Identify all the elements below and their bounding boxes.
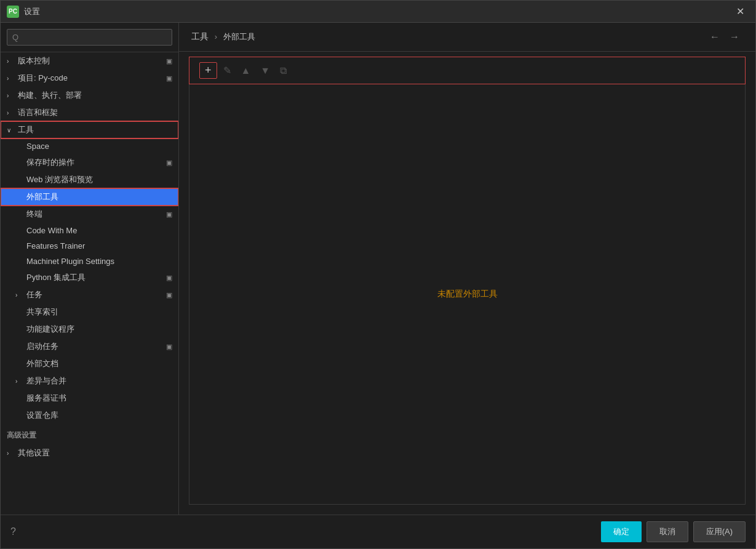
chevron-icon: ›	[15, 378, 23, 385]
sidebar-item-label: 外部文档	[26, 358, 172, 369]
settings-window: PC 设置 ✕ › 版本控制 ▣ › 项目: Py-code ▣	[0, 0, 756, 549]
bottom-buttons: 确定 取消 应用(A)	[601, 521, 746, 542]
sidebar-item-label: Web 浏览器和预览	[26, 174, 172, 185]
sidebar-item-space[interactable]: Space	[1, 138, 178, 154]
sidebar-item-label: 工具	[18, 124, 172, 135]
sidebar-item-label: 外部工具	[26, 191, 172, 202]
sidebar-item-tools[interactable]: ∨ 工具	[1, 121, 178, 138]
sidebar-item-label: 语言和框架	[18, 107, 172, 118]
apply-button[interactable]: 应用(A)	[693, 521, 746, 542]
confirm-button[interactable]: 确定	[601, 521, 642, 542]
sidebar-item-label: 终端	[26, 209, 166, 220]
sidebar-item-startup-tasks[interactable]: 启动任务 ▣	[1, 338, 178, 355]
chevron-icon: ›	[7, 75, 14, 82]
content-area: › 版本控制 ▣ › 项目: Py-code ▣ › 构建、执行、部署 ›	[1, 23, 755, 515]
main-panel: 工具 › 外部工具 ← → + ✎ ▲ ▼ ⧉ 未配置外部工具	[179, 23, 755, 515]
sidebar-item-label: Code With Me	[26, 226, 172, 235]
sidebar-item-server-cert[interactable]: 服务器证书	[1, 390, 178, 407]
sidebar-item-label: 共享索引	[26, 307, 172, 318]
sidebar-item-project[interactable]: › 项目: Py-code ▣	[1, 70, 178, 87]
sidebar-item-diff-merge[interactable]: › 差异与合并	[1, 372, 178, 390]
breadcrumb-current: 外部工具	[223, 32, 255, 41]
sidebar-item-label: 项目: Py-code	[18, 73, 166, 84]
sidebar-item-build[interactable]: › 构建、执行、部署	[1, 87, 178, 104]
app-icon: PC	[7, 6, 19, 18]
sidebar-item-save-actions[interactable]: 保存时的操作 ▣	[1, 154, 178, 171]
close-button[interactable]: ✕	[731, 3, 749, 20]
main-content: 未配置外部工具	[189, 84, 746, 505]
breadcrumb-separator: ›	[215, 32, 217, 41]
sidebar-item-label: Machinet Plugin Settings	[26, 257, 172, 266]
sidebar-item-label: 构建、执行、部署	[18, 90, 172, 101]
pin-icon: ▣	[166, 274, 172, 282]
cancel-button[interactable]: 取消	[647, 521, 688, 542]
search-box	[1, 23, 178, 52]
chevron-icon: ›	[7, 92, 14, 99]
sidebar-item-label: 功能建议程序	[26, 324, 172, 335]
pin-icon: ▣	[166, 159, 172, 167]
add-button[interactable]: +	[199, 62, 217, 79]
sidebar-item-feature-suggester[interactable]: 功能建议程序	[1, 321, 178, 338]
sidebar-item-label: Space	[26, 142, 172, 151]
section-advanced: 高级设置	[1, 427, 178, 444]
breadcrumb-path: 工具 › 外部工具	[191, 31, 255, 42]
sidebar-item-label: 差异与合并	[26, 375, 172, 387]
chevron-down-icon: ∨	[7, 127, 14, 134]
pin-icon: ▣	[166, 343, 172, 351]
sidebar-item-features-trainer[interactable]: Features Trainer	[1, 238, 178, 254]
edit-button[interactable]: ✎	[220, 63, 235, 78]
sidebar-item-tasks[interactable]: › 任务 ▣	[1, 286, 178, 303]
chevron-icon: ›	[7, 58, 14, 65]
sidebar-item-label: 启动任务	[26, 341, 166, 352]
sidebar: › 版本控制 ▣ › 项目: Py-code ▣ › 构建、执行、部署 ›	[1, 23, 179, 515]
sidebar-item-lang[interactable]: › 语言和框架	[1, 104, 178, 121]
app-icon-text: PC	[9, 8, 17, 15]
title-bar: PC 设置 ✕	[1, 1, 755, 23]
chevron-icon: ›	[7, 110, 14, 116]
sidebar-item-label: 其他设置	[18, 447, 172, 459]
sidebar-item-python-tools[interactable]: Python 集成工具 ▣	[1, 269, 178, 286]
sidebar-item-external-tools[interactable]: 外部工具	[1, 188, 178, 206]
sidebar-item-terminal[interactable]: 终端 ▣	[1, 206, 178, 223]
empty-message: 未配置外部工具	[437, 289, 498, 300]
breadcrumb: 工具 › 外部工具 ← →	[179, 23, 755, 52]
sidebar-item-external-docs[interactable]: 外部文档	[1, 355, 178, 372]
breadcrumb-nav: ← →	[706, 30, 743, 44]
sidebar-item-shared-index[interactable]: 共享索引	[1, 303, 178, 321]
move-down-button[interactable]: ▼	[257, 63, 274, 78]
sidebar-item-label: Features Trainer	[26, 241, 172, 250]
pin-icon: ▣	[166, 74, 172, 82]
pin-icon: ▣	[166, 210, 172, 218]
search-input[interactable]	[7, 29, 172, 46]
sidebar-item-label: 版本控制	[18, 55, 166, 66]
sidebar-item-code-with-me[interactable]: Code With Me	[1, 223, 178, 238]
sidebar-item-settings-repo[interactable]: 设置仓库	[1, 407, 178, 424]
back-button[interactable]: ←	[706, 30, 723, 44]
sidebar-item-label: 设置仓库	[26, 410, 172, 421]
sidebar-item-label: 服务器证书	[26, 393, 172, 404]
pin-icon: ▣	[166, 291, 172, 299]
chevron-icon: ›	[15, 292, 23, 299]
sidebar-item-label: 任务	[26, 289, 166, 300]
help-button[interactable]: ?	[10, 526, 16, 537]
window-title: 设置	[24, 6, 731, 17]
toolbar: + ✎ ▲ ▼ ⧉	[189, 57, 746, 84]
copy-button[interactable]: ⧉	[276, 63, 290, 78]
chevron-icon: ›	[7, 450, 14, 457]
sidebar-item-label: 保存时的操作	[26, 157, 166, 168]
breadcrumb-root: 工具	[191, 31, 209, 41]
sidebar-item-web-browser[interactable]: Web 浏览器和预览	[1, 171, 178, 188]
sidebar-item-other-settings[interactable]: › 其他设置	[1, 444, 178, 462]
pin-icon: ▣	[166, 57, 172, 65]
forward-button[interactable]: →	[726, 30, 743, 44]
sidebar-item-machinet[interactable]: Machinet Plugin Settings	[1, 254, 178, 269]
move-up-button[interactable]: ▲	[237, 63, 255, 78]
sidebar-item-version-control[interactable]: › 版本控制 ▣	[1, 52, 178, 70]
bottom-bar: ? 确定 取消 应用(A)	[1, 515, 755, 548]
sidebar-scroll[interactable]: › 版本控制 ▣ › 项目: Py-code ▣ › 构建、执行、部署 ›	[1, 52, 178, 515]
sidebar-item-label: Python 集成工具	[26, 272, 166, 283]
